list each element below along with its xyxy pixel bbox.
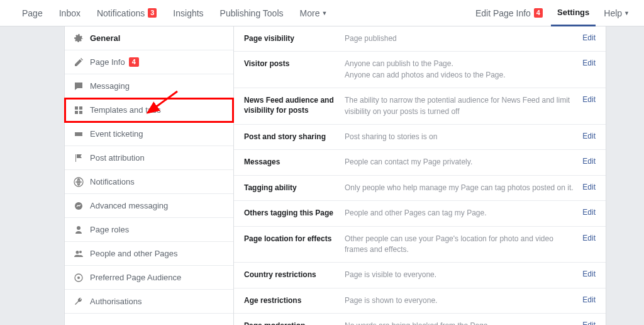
globe-icon [74,177,84,187]
edit-link[interactable]: Edit [582,234,596,242]
topnav-settings[interactable]: Settings [551,0,596,26]
topnav-label: Inbox [59,8,80,18]
topnav-more[interactable]: More▼ [292,0,336,26]
topnav-inbox[interactable]: Inbox [51,0,89,26]
edit-link[interactable]: Edit [582,270,596,278]
topnav-help[interactable]: Help▼ [596,0,638,26]
settings-row: News Feed audience and visibility for po… [234,88,606,125]
settings-row: Visitor postsAnyone can publish to the P… [234,52,606,88]
body: GeneralPage Info4MessagingTemplates and … [0,26,644,325]
row-label: Country restrictions [244,270,345,280]
row-label: Visitor posts [244,59,345,69]
sidebar-item-notifications[interactable]: Notifications [65,170,233,194]
topnav-label: Help [604,8,622,18]
sidebar-item-label: Page roles [90,225,129,234]
row-label: Page moderation [244,321,345,325]
sidebar-badge: 4 [129,57,139,67]
svg-point-2 [77,277,80,279]
person-icon [74,225,84,235]
sidebar-item-label: Messaging [90,81,130,91]
sidebar-item-page-info[interactable]: Page Info4 [65,50,233,74]
row-description: People and other Pages can tag my Page. [345,208,582,219]
row-description: No words are being blocked from the Page… [345,321,582,325]
caret-down-icon: ▼ [624,10,630,16]
messenger-icon [74,201,84,211]
row-label: Tagging ability [244,183,345,193]
sidebar-item-templates-and-tabs[interactable]: Templates and tabs [65,98,233,122]
wrench-icon [74,297,84,307]
topnav-label: Settings [557,8,589,17]
row-description: Page is shown to everyone. [345,295,582,306]
sidebar-item-authorisations[interactable]: Authorisations [65,290,233,314]
topnav-label: More [300,8,320,18]
pencil-icon [74,57,84,67]
gutter-right [606,26,644,325]
settings-content: Page visibilityPage publishedEditVisitor… [234,26,606,325]
sidebar-item-label: Authorisations [90,297,142,306]
edit-link[interactable]: Edit [582,95,596,104]
row-description: Only people who help manage my Page can … [345,183,582,193]
topnav-label: Publishing Tools [220,8,284,18]
row-description: Page published [345,33,582,44]
gear-icon [74,33,84,43]
sidebar-item-label: Page Info [90,57,125,67]
row-label: Post and story sharing [244,132,345,142]
row-description: The ability to narrow the potential audi… [345,95,582,117]
sidebar-item-label: Event ticketing [90,129,143,139]
row-label: News Feed audience and visibility for po… [244,95,345,115]
sidebar-item-advanced-messaging[interactable]: Advanced messaging [65,194,233,218]
settings-row: Tagging abilityOnly people who help mana… [234,176,606,201]
edit-link[interactable]: Edit [582,33,596,42]
sidebar-item-page-roles[interactable]: Page roles [65,218,233,242]
sidebar-item-label: Post attribution [90,153,145,162]
sidebar-item-label: People and other Pages [90,249,178,258]
topnav-edit-page-info[interactable]: Edit Page Info4 [467,0,551,26]
caret-down-icon: ▼ [321,10,327,16]
row-label: Age restrictions [244,295,345,305]
topnav-notifications[interactable]: Notifications3 [89,0,165,26]
edit-link[interactable]: Edit [582,183,596,191]
row-description: Post sharing to stories is on [345,132,582,142]
edit-link[interactable]: Edit [582,321,596,325]
topnav-badge: 3 [148,8,157,18]
edit-link[interactable]: Edit [582,157,596,166]
sidebar-item-post-attribution[interactable]: Post attribution [65,146,233,170]
settings-sidebar: GeneralPage Info4MessagingTemplates and … [64,26,234,325]
row-label: Page location for effects [244,234,345,244]
top-nav: PageInboxNotifications3InsightsPublishin… [0,0,644,26]
edit-link[interactable]: Edit [582,208,596,217]
sidebar-item-people-and-other-pages[interactable]: People and other Pages [65,242,233,266]
topnav-label: Edit Page Info [475,8,531,18]
row-label: Page visibility [244,33,345,43]
sidebar-item-label: General [90,33,120,43]
edit-link[interactable]: Edit [582,295,596,304]
row-label: Messages [244,157,345,167]
row-description: Other people can use your Page's locatio… [345,234,582,256]
row-description: People can contact my Page privately. [345,157,582,168]
settings-row: Page moderationNo words are being blocke… [234,314,606,325]
topnav-badge: 4 [534,8,543,18]
settings-row: Page location for effectsOther people ca… [234,227,606,263]
topnav-publishing-tools[interactable]: Publishing Tools [212,0,292,26]
settings-row: MessagesPeople can contact my Page priva… [234,150,606,175]
topnav-label: Page [22,8,43,18]
settings-row: Others tagging this PagePeople and other… [234,201,606,226]
edit-link[interactable]: Edit [582,132,596,140]
row-description: Page is visible to everyone. [345,270,582,280]
sidebar-item-messaging[interactable]: Messaging [65,74,233,98]
settings-row: Country restrictionsPage is visible to e… [234,263,606,288]
sidebar-item-preferred-page-audience[interactable]: Preferred Page Audience [65,266,233,290]
edit-link[interactable]: Edit [582,59,596,67]
sidebar-item-label: Templates and tabs [90,105,161,115]
topnav-page[interactable]: Page [14,0,51,26]
sidebar-item-event-ticketing[interactable]: Event ticketing [65,122,233,146]
settings-row: Page visibilityPage publishedEdit [234,26,606,52]
chat-icon [74,81,84,91]
sidebar-item-label: Notifications [90,177,135,186]
settings-row: Post and story sharingPost sharing to st… [234,125,606,150]
settings-row: Age restrictionsPage is shown to everyon… [234,288,606,314]
sidebar-item-general[interactable]: General [65,26,233,50]
topnav-insights[interactable]: Insights [165,0,211,26]
ticket-icon [74,129,84,139]
flag-icon [74,153,84,163]
